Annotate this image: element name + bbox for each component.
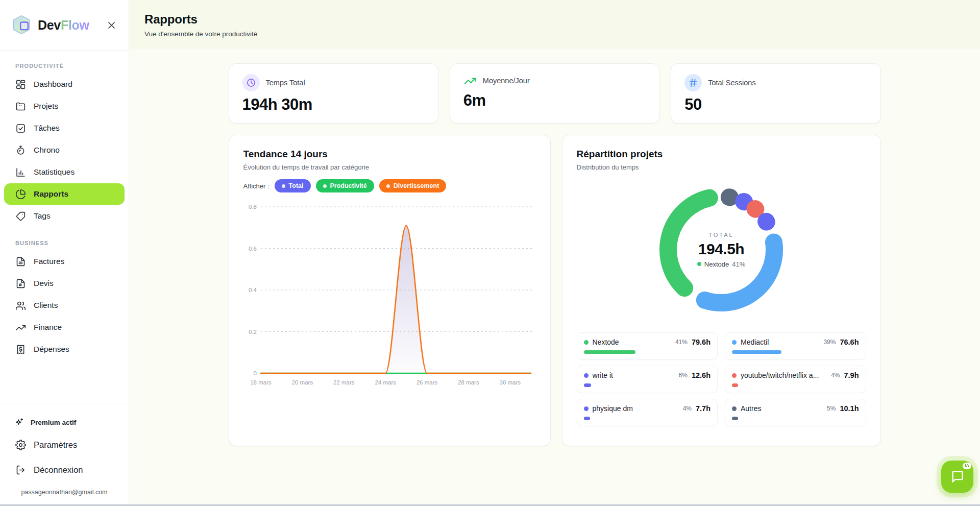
svg-text:18 mars: 18 mars <box>250 379 272 385</box>
filter-pill-divertissement[interactable]: Divertissement <box>379 179 447 192</box>
donut-chart: TOTAL 194.5h Nextode 41% <box>655 183 788 316</box>
sidebar-item-chrono[interactable]: Chrono <box>4 139 125 161</box>
legend-project-name: Mediactil <box>741 338 819 346</box>
legend-dot-icon <box>584 373 589 378</box>
svg-text:26 mars: 26 mars <box>416 379 437 385</box>
sidebar-item-clients[interactable]: Clients <box>4 295 125 316</box>
pill-label: Total <box>289 182 304 189</box>
legend-project-pct: 4% <box>831 372 840 379</box>
filter-pill-productivit-[interactable]: Productivité <box>316 179 374 192</box>
legend-item-write-it: write it6%12.6h <box>577 366 718 393</box>
settings-button[interactable]: Paramètres <box>0 432 129 457</box>
gear-icon <box>15 440 26 450</box>
legend-project-name: youtube/twitch/netflix a... <box>741 371 827 379</box>
donut-segment-nextode <box>668 198 709 288</box>
page-title: Rapports <box>144 12 965 27</box>
legend-project-hours: 12.6h <box>692 371 710 379</box>
legend-project-hours: 10.1h <box>840 404 859 413</box>
app-logo-icon <box>10 14 33 36</box>
ai-chat-button[interactable]: IA <box>941 461 973 493</box>
user-email: passageonnathan@gmail.com <box>0 483 129 501</box>
charts-row: Tendance 14 jours Évolution du temps de … <box>229 135 881 446</box>
chrono-icon <box>15 145 26 156</box>
sidebar-item-finance[interactable]: Finance <box>4 317 125 338</box>
stat-value: 50 <box>684 95 867 114</box>
filter-label: Afficher : <box>243 182 270 190</box>
sidebar-item-label: Chrono <box>34 146 60 155</box>
legend-project-name: write it <box>593 371 675 379</box>
sidebar-item-label: Projets <box>34 102 58 111</box>
sidebar-item-label: Tags <box>34 211 51 221</box>
main-area: Rapports Vue d'ensemble de votre product… <box>129 0 980 504</box>
trend-up-icon <box>463 74 477 87</box>
sidebar-item-statistiques[interactable]: Statistiques <box>4 161 125 183</box>
sidebar-item-depenses[interactable]: Dépenses <box>4 339 125 360</box>
sidebar-item-label: Statistiques <box>34 167 75 177</box>
legend-dot-icon <box>584 340 589 345</box>
sidebar-item-label: Dépenses <box>34 345 69 354</box>
sidebar-item-factures[interactable]: Factures <box>4 251 125 272</box>
stat-value: 6m <box>463 91 646 110</box>
legend-project-pct: 41% <box>675 339 688 346</box>
legend-dot-icon <box>732 373 737 378</box>
legend-project-pct: 5% <box>827 405 836 412</box>
stat-label: Moyenne/Jour <box>483 77 530 85</box>
svg-text:0: 0 <box>253 370 256 376</box>
sidebar-item-tags[interactable]: Tags <box>4 205 125 227</box>
premium-label: Premium actif <box>31 419 76 426</box>
svg-text:0.6: 0.6 <box>249 246 257 252</box>
logout-button[interactable]: Déconnexion <box>0 457 129 483</box>
sidebar-item-label: Clients <box>34 301 58 310</box>
sidebar-close-button[interactable] <box>105 18 118 32</box>
legend-project-pct: 6% <box>679 372 688 379</box>
clients-icon <box>15 300 26 311</box>
finance-icon <box>15 322 26 333</box>
trend-card-subtitle: Évolution du temps de travail par catégo… <box>243 163 536 171</box>
sidebar-item-taches[interactable]: Tâches <box>4 117 125 139</box>
sidebar-item-projets[interactable]: Projets <box>4 95 125 117</box>
distribution-card: Répartition projets Distribution du temp… <box>562 135 881 446</box>
legend-project-name: physique dm <box>593 404 679 413</box>
nav-section-label: PRODUCTIVITÉ <box>15 63 129 69</box>
legend-item-youtube-twitch-netflix-a-: youtube/twitch/netflix a...4%7.9h <box>725 366 866 393</box>
devis-icon <box>15 278 26 289</box>
brand-name: DevFlow <box>38 18 89 33</box>
svg-text:28 mars: 28 mars <box>458 379 479 385</box>
content: Temps Total 194h 30m Moyenne/Jour 6m <box>229 63 881 446</box>
statistiques-icon <box>15 167 26 178</box>
sidebar: DevFlow PRODUCTIVITÉDashboardProjetsTâch… <box>0 0 129 504</box>
filter-pill-total[interactable]: Total <box>275 179 311 192</box>
depenses-icon <box>15 344 26 355</box>
sidebar-item-rapports[interactable]: Rapports <box>4 183 125 205</box>
legend-progress-bar <box>584 417 711 420</box>
stat-label: Temps Total <box>266 79 305 87</box>
legend-project-name: Nextode <box>593 338 671 346</box>
ai-badge: IA <box>963 463 971 469</box>
pill-dot-icon <box>323 184 327 188</box>
svg-text:0.4: 0.4 <box>249 287 257 293</box>
logout-label: Déconnexion <box>34 465 83 475</box>
svg-text:20 mars: 20 mars <box>291 379 313 385</box>
sidebar-logo-row: DevFlow <box>0 0 129 51</box>
legend-item-autres: Autres5%10.1h <box>725 399 866 426</box>
app-window: DevFlow PRODUCTIVITÉDashboardProjetsTâch… <box>0 0 980 504</box>
legend-project-hours: 79.6h <box>692 338 710 346</box>
clock-icon <box>242 74 260 91</box>
premium-status[interactable]: Premium actif <box>0 413 129 432</box>
nav-section-label: BUSINESS <box>15 240 129 246</box>
legend-project-pct: 4% <box>683 405 692 412</box>
legend-item-physique-dm: physique dm4%7.7h <box>577 399 718 426</box>
close-icon <box>107 20 116 30</box>
donut-segment-mediactil <box>705 242 774 303</box>
sparkles-icon <box>14 418 24 427</box>
sidebar-item-dashboard[interactable]: Dashboard <box>4 74 125 95</box>
legend-progress-bar <box>732 383 859 387</box>
donut-segment-write-it <box>766 222 767 222</box>
sidebar-item-label: Dashboard <box>34 80 72 89</box>
donut-segment-youtube-twitch-netflix-a- <box>755 209 755 209</box>
trend-card: Tendance 14 jours Évolution du temps de … <box>229 135 551 446</box>
sidebar-item-devis[interactable]: Devis <box>4 273 125 294</box>
svg-text:22 mars: 22 mars <box>333 379 355 385</box>
sidebar-item-label: Rapports <box>34 189 68 199</box>
svg-text:30 mars: 30 mars <box>499 379 521 385</box>
